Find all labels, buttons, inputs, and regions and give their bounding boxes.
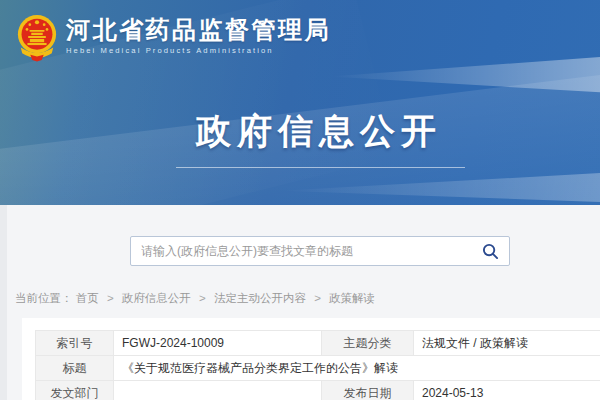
header-light-streak: [330, 48, 600, 94]
value-topic-category: 法规文件 / 政策解读: [414, 331, 600, 356]
breadcrumb-item-policy-interpretation[interactable]: 政策解读: [329, 292, 375, 304]
header-light-streak: [280, 172, 600, 205]
breadcrumb-separator: >: [314, 292, 321, 304]
label-publish-date: 发布日期: [322, 381, 414, 400]
label-topic-category: 主题分类: [322, 331, 414, 356]
banner-underline: [176, 167, 465, 168]
value-title: 《关于规范医疗器械产品分类界定工作的公告》解读: [114, 356, 600, 381]
breadcrumb: 当前位置： 首页 > 政府信息公开 > 法定主动公开内容 > 政策解读: [15, 291, 375, 306]
page-left-edge: [0, 205, 7, 400]
value-issuing-department: [114, 381, 322, 400]
site-subtitle-en: Hebei Medical Products Administration: [66, 46, 331, 55]
search-box: [130, 236, 510, 266]
doc-info-table: 索引号 FGWJ-2024-10009 主题分类 法规文件 / 政策解读 标题 …: [35, 330, 600, 400]
site-title: 河北省药品监督管理局: [66, 17, 331, 42]
search-icon: [482, 243, 499, 260]
label-index-number: 索引号: [36, 331, 114, 356]
national-emblem-icon: [16, 13, 58, 63]
breadcrumb-prefix: 当前位置：: [15, 292, 73, 304]
label-issuing-department: 发文部门: [36, 381, 114, 400]
site-header: 河北省药品监督管理局 Hebei Medical Products Admini…: [0, 0, 600, 205]
value-index-number: FGWJ-2024-10009: [114, 331, 322, 356]
table-row: 标题 《关于规范医疗器械产品分类界定工作的公告》解读: [36, 356, 600, 381]
search-input[interactable]: [131, 237, 471, 265]
search-button[interactable]: [471, 237, 509, 265]
page-banner-title: 政府信息公开: [0, 108, 600, 155]
table-row: 索引号 FGWJ-2024-10009 主题分类 法规文件 / 政策解读: [36, 331, 600, 356]
breadcrumb-separator: >: [199, 292, 206, 304]
table-row: 发文部门 发布日期 2024-05-13: [36, 381, 600, 400]
site-logo-home-link[interactable]: 河北省药品监督管理局 Hebei Medical Products Admini…: [16, 13, 331, 63]
breadcrumb-item-gov-info[interactable]: 政府信息公开: [122, 292, 191, 304]
label-title: 标题: [36, 356, 114, 381]
breadcrumb-item-home[interactable]: 首页: [76, 292, 99, 304]
breadcrumb-item-statutory-disclosure[interactable]: 法定主动公开内容: [214, 292, 306, 304]
value-publish-date: 2024-05-13: [414, 381, 600, 400]
breadcrumb-separator: >: [107, 292, 114, 304]
